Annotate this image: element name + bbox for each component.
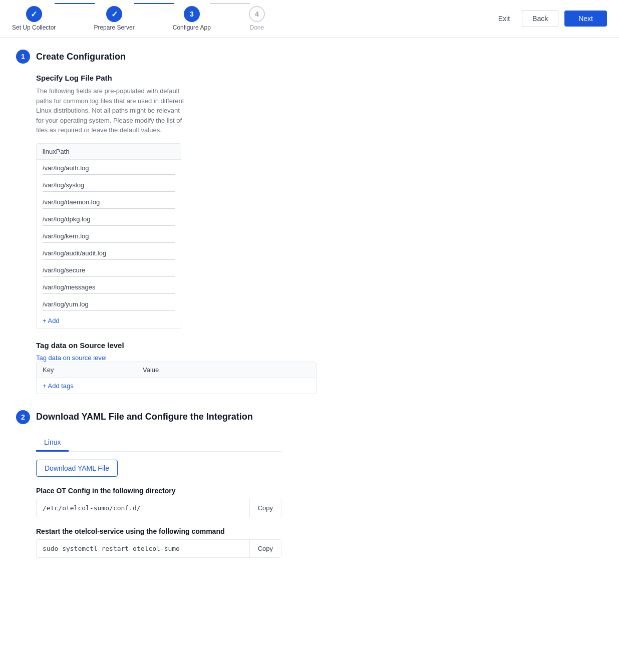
step-prepare-server: ✓ Prepare Server (94, 6, 134, 31)
step-label-1: Set Up Collector (12, 24, 56, 31)
header-actions: Exit Back Next (492, 10, 607, 27)
section2-header: 2 Download YAML File and Configure the I… (16, 410, 335, 424)
log-input-7[interactable] (43, 264, 175, 277)
log-input-1[interactable] (43, 162, 175, 175)
step-circle-1: ✓ (26, 6, 42, 22)
restart-service-value: sudo systemctl restart otelcol-sumo (37, 540, 249, 557)
connector-1-2 (55, 3, 95, 4)
exit-button[interactable]: Exit (492, 11, 516, 27)
place-config-row: /etc/otelcol-sumo/conf.d/ Copy (36, 499, 281, 517)
log-row-6 (37, 245, 181, 262)
section1-title: Create Configuration (36, 52, 126, 62)
log-file-path-section: Specify Log File Path The following fiel… (36, 74, 335, 329)
log-input-4[interactable] (43, 213, 175, 226)
log-row-8 (37, 279, 181, 296)
log-row-3 (37, 194, 181, 211)
section1-header: 1 Create Configuration (16, 50, 335, 64)
restart-service-label: Restart the otelcol-service using the fo… (36, 527, 335, 535)
log-table-header: linuxPath (37, 144, 181, 160)
place-config-label: Place OT Config in the following directo… (36, 487, 335, 495)
log-input-6[interactable] (43, 247, 175, 260)
add-log-path-link[interactable]: + Add (37, 313, 181, 328)
restart-service-row: sudo systemctl restart otelcol-sumo Copy (36, 539, 281, 558)
tag-col-key: Key (43, 366, 143, 374)
log-input-2[interactable] (43, 179, 175, 192)
step-set-up-collector: ✓ Set Up Collector (12, 6, 56, 31)
download-yaml-button[interactable]: Download YAML File (36, 460, 118, 477)
section2-number: 2 (16, 410, 30, 424)
copy-restart-command-button[interactable]: Copy (249, 540, 281, 557)
section2: 2 Download YAML File and Configure the I… (16, 410, 335, 558)
step-circle-4: 4 (249, 6, 265, 22)
check-icon-2: ✓ (111, 10, 118, 19)
tag-section-title: Tag data on Source level (36, 341, 335, 350)
tag-col-value: Value (143, 366, 159, 374)
check-icon-1: ✓ (31, 10, 37, 19)
step-label-3: Configure App (173, 24, 211, 31)
stepper: ✓ Set Up Collector ✓ Prepare Server 3 Co… (12, 6, 265, 31)
next-button[interactable]: Next (564, 11, 607, 27)
back-button[interactable]: Back (522, 10, 558, 27)
tag-table-header: Key Value (37, 362, 316, 378)
log-row-9 (37, 296, 181, 313)
main-content: 1 Create Configuration Specify Log File … (0, 38, 351, 580)
log-input-5[interactable] (43, 230, 175, 243)
connector-2-3 (134, 3, 174, 4)
tag-data-section: Tag data on Source level Tag data on sou… (36, 341, 335, 394)
log-input-9[interactable] (43, 298, 175, 311)
log-row-2 (37, 177, 181, 194)
copy-config-path-button[interactable]: Copy (249, 499, 281, 517)
step-label-4: Done (249, 24, 264, 31)
log-row-4 (37, 211, 181, 228)
step-circle-3: 3 (184, 6, 200, 22)
step-number-3: 3 (190, 10, 194, 18)
log-file-description: The following fields are pre-populated w… (36, 86, 186, 135)
section2-title: Download YAML File and Configure the Int… (36, 412, 253, 422)
step-configure-app: 3 Configure App (173, 6, 211, 31)
header: ✓ Set Up Collector ✓ Prepare Server 3 Co… (0, 0, 619, 38)
log-path-table: linuxPath (36, 143, 181, 329)
connector-3-4 (210, 3, 250, 4)
log-input-3[interactable] (43, 196, 175, 209)
section2-content: Linux Download YAML File Place OT Config… (36, 434, 335, 558)
add-tags-link[interactable]: + Add tags (37, 378, 316, 394)
step-circle-2: ✓ (106, 6, 122, 22)
tag-section-link[interactable]: Tag data on source level (36, 354, 107, 362)
tag-table: Key Value + Add tags (36, 362, 317, 394)
section1-number: 1 (16, 50, 30, 64)
log-file-subtitle: Specify Log File Path (36, 74, 335, 82)
place-config-value: /etc/otelcol-sumo/conf.d/ (37, 499, 249, 517)
step-number-4: 4 (255, 10, 259, 18)
step-label-2: Prepare Server (94, 24, 134, 31)
log-row-7 (37, 262, 181, 279)
log-row-1 (37, 160, 181, 177)
log-row-5 (37, 228, 181, 245)
tab-bar: Linux (36, 434, 281, 452)
step-done: 4 Done (249, 6, 265, 31)
tab-linux[interactable]: Linux (36, 434, 69, 452)
log-input-8[interactable] (43, 281, 175, 294)
